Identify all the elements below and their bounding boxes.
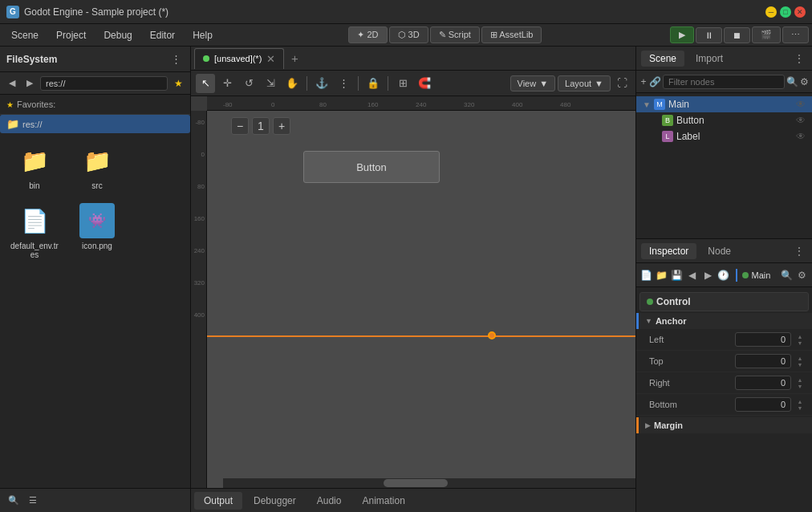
stepper-up-icon[interactable]: ▲	[798, 399, 803, 404]
property-stepper[interactable]: ▲ ▼	[794, 331, 806, 347]
menu-project[interactable]: Project	[48, 27, 94, 43]
inspector-options-button[interactable]: ⋮	[791, 243, 807, 259]
scrollbar-thumb[interactable]	[384, 479, 448, 487]
maximize-button[interactable]: □	[780, 6, 791, 18]
stepper-down-icon[interactable]: ▼	[798, 362, 803, 368]
stepper-down-icon[interactable]: ▼	[798, 340, 803, 346]
scale-tool-button[interactable]: ⇲	[261, 74, 280, 93]
visibility-icon[interactable]: 👁	[796, 131, 806, 142]
horizontal-scrollbar[interactable]	[223, 478, 635, 488]
menu-editor[interactable]: Editor	[142, 27, 183, 43]
tab-close-button[interactable]: ✕	[266, 53, 275, 65]
nav-back-button[interactable]: ◀	[5, 76, 19, 91]
grid-button[interactable]: ⊞	[393, 74, 412, 93]
margin-group-header[interactable]: ▶ Margin	[636, 417, 812, 433]
editor-tab-unsaved[interactable]: [unsaved](*) ✕	[194, 48, 284, 69]
stepper-up-icon[interactable]: ▲	[798, 334, 803, 339]
property-value-input[interactable]	[735, 376, 791, 390]
mode-2d-button[interactable]: ✦ 2D	[348, 26, 387, 43]
inspector-file-button[interactable]: 📄	[639, 266, 652, 284]
bookmark-button[interactable]: ★	[171, 76, 185, 91]
canvas-area[interactable]: − 1 + Button	[207, 111, 635, 488]
mode-3d-button[interactable]: ⬡ 3D	[389, 26, 428, 43]
property-value-input[interactable]	[735, 332, 791, 347]
stepper-up-icon[interactable]: ▲	[798, 356, 803, 361]
pause-button[interactable]: ⏸	[696, 27, 722, 43]
zoom-out-button[interactable]: −	[231, 117, 249, 135]
assetlib-button[interactable]: ⊞ AssetLib	[481, 26, 542, 43]
minimize-button[interactable]: ─	[765, 6, 777, 18]
file-item-bin[interactable]: 📁 bin	[6, 140, 63, 193]
scene-tab-scene[interactable]: Scene	[641, 51, 684, 67]
scene-options-button[interactable]: ⋮	[791, 51, 807, 67]
filter-search-button[interactable]: 🔍	[786, 74, 798, 90]
add-node-button[interactable]: +	[639, 74, 648, 90]
fullscreen-button[interactable]: ⛶	[613, 75, 631, 92]
stop-button[interactable]: ⏹	[724, 27, 750, 43]
stepper-up-icon[interactable]: ▲	[798, 377, 803, 383]
list-view-button[interactable]: ☰	[26, 494, 40, 508]
add-tab-button[interactable]: +	[286, 50, 303, 67]
menu-debug[interactable]: Debug	[95, 27, 140, 43]
tree-item-label[interactable]: L Label 👁	[636, 128, 812, 144]
scene-tab-import[interactable]: Import	[688, 51, 731, 67]
file-item-icon[interactable]: 👾 icon.png	[69, 200, 125, 262]
anchor-tool-button[interactable]: ⚓	[312, 74, 331, 93]
tree-item-main[interactable]: ▼ M Main 👁	[636, 96, 812, 112]
movie-button[interactable]: 🎬	[752, 26, 781, 43]
file-item-src[interactable]: 📁 src	[69, 140, 125, 193]
audio-tab[interactable]: Audio	[307, 492, 351, 510]
inspector-history-button[interactable]: 🕐	[717, 266, 729, 284]
inspector-folder-button[interactable]: 📁	[655, 266, 668, 284]
file-item-env[interactable]: 📄 default_env.tres	[6, 200, 63, 262]
inspector-prev-button[interactable]: ◀	[686, 266, 699, 284]
anchor-group-header[interactable]: ▼ Anchor	[636, 313, 812, 329]
select-tool-button[interactable]: ↖	[196, 74, 215, 93]
view-button[interactable]: View ▼	[510, 75, 556, 91]
search-files-button[interactable]: 🔍	[6, 494, 21, 508]
inspector-tab-inspector[interactable]: Inspector	[641, 243, 696, 259]
inspector-config-button[interactable]: ⚙	[796, 266, 809, 284]
script-button[interactable]: ✎ Script	[430, 26, 480, 43]
control-section-header[interactable]: Control	[639, 292, 809, 311]
more-button[interactable]: ⋯	[782, 26, 809, 43]
link-node-button[interactable]: 🔗	[649, 74, 661, 90]
layout-button[interactable]: Layout ▼	[558, 75, 611, 91]
debugger-tab[interactable]: Debugger	[244, 492, 306, 510]
inspector-next-button[interactable]: ▶	[701, 266, 714, 284]
property-stepper[interactable]: ▲ ▼	[794, 375, 806, 391]
rotate-tool-button[interactable]: ↺	[239, 74, 258, 93]
pan-tool-button[interactable]: ✋	[282, 74, 302, 93]
lock-button[interactable]: 🔒	[363, 74, 383, 93]
property-stepper[interactable]: ▲ ▼	[794, 396, 806, 412]
inspector-tab-node[interactable]: Node	[700, 243, 739, 259]
more-tools-button[interactable]: ⋮	[334, 74, 353, 93]
scene-config-button[interactable]: ⚙	[800, 74, 809, 90]
visibility-icon[interactable]: 👁	[796, 115, 806, 126]
move-tool-button[interactable]: ✛	[217, 74, 237, 93]
property-value-input[interactable]	[735, 397, 791, 412]
property-stepper[interactable]: ▲ ▼	[794, 353, 806, 369]
menu-scene[interactable]: Scene	[3, 27, 47, 43]
button-node[interactable]: Button	[303, 151, 440, 183]
animation-tab[interactable]: Animation	[352, 492, 414, 510]
folder-item-res[interactable]: 📁 res://	[0, 115, 190, 133]
tree-item-button[interactable]: B Button 👁	[636, 112, 812, 128]
snap-button[interactable]: 🧲	[415, 74, 434, 93]
visibility-icon[interactable]: 👁	[796, 99, 806, 110]
filter-nodes-input[interactable]	[663, 75, 785, 89]
stepper-down-icon[interactable]: ▼	[798, 384, 803, 389]
inspector-search-button[interactable]: 🔍	[780, 266, 793, 284]
play-button[interactable]: ▶	[670, 26, 694, 43]
zoom-reset-button[interactable]: 1	[252, 117, 270, 135]
close-button[interactable]: ✕	[794, 6, 806, 18]
stepper-down-icon[interactable]: ▼	[798, 405, 803, 411]
output-tab[interactable]: Output	[194, 492, 242, 510]
property-value-input[interactable]	[735, 354, 791, 368]
filesystem-options-button[interactable]: ⋮	[168, 51, 184, 67]
inspector-save-button[interactable]: 💾	[671, 266, 684, 284]
editor-viewport[interactable]: -80 0 80 160 240 320 400 480 -80 0 80 16…	[191, 96, 635, 488]
menu-help[interactable]: Help	[185, 27, 221, 43]
nav-forward-button[interactable]: ▶	[22, 76, 37, 91]
zoom-in-button[interactable]: +	[273, 117, 290, 135]
